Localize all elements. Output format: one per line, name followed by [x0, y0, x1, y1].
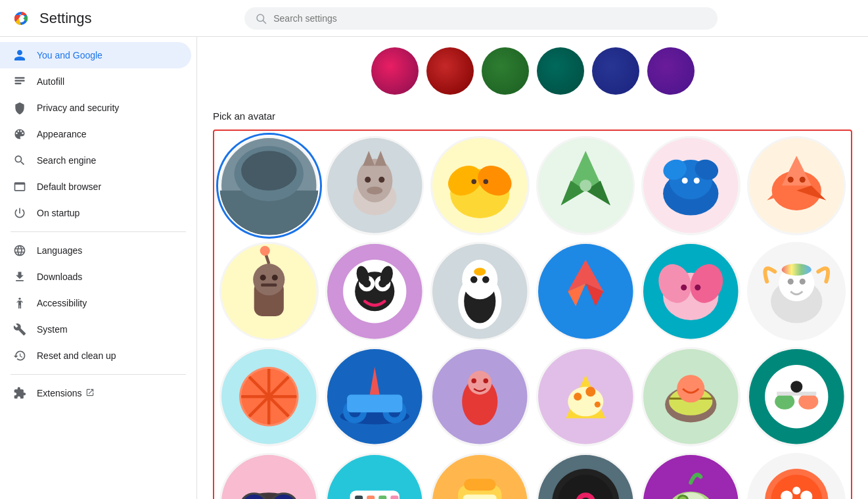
sidebar-item-extensions[interactable]: Extensions: [0, 380, 191, 406]
avatar-item[interactable]: [536, 347, 635, 446]
svg-rect-140: [464, 479, 495, 490]
svg-point-69: [482, 275, 490, 283]
avatar-item[interactable]: [536, 136, 635, 235]
sidebar-item-label-downloads: Downloads: [37, 272, 82, 282]
svg-point-84: [787, 278, 793, 284]
svg-point-67: [462, 260, 497, 299]
sidebar-item-on-startup[interactable]: On startup: [0, 200, 191, 226]
avatar-item[interactable]: [641, 347, 741, 446]
history-icon: [13, 349, 26, 362]
avatar-item[interactable]: [747, 136, 846, 235]
svg-point-39: [694, 178, 700, 183]
color-circle-2[interactable]: [482, 47, 529, 95]
avatar-item[interactable]: [219, 453, 319, 500]
avatar-section-title: Pick an avatar: [213, 110, 852, 122]
svg-point-54: [260, 246, 270, 256]
svg-point-26: [471, 179, 476, 184]
avatar-item[interactable]: [325, 242, 424, 341]
sidebar-item-search-engine[interactable]: Search engine: [0, 147, 191, 174]
sidebar-item-reset[interactable]: Reset and clean up: [0, 343, 191, 369]
sidebar-item-accessibility[interactable]: Accessibility: [0, 290, 191, 316]
globe-icon: [13, 244, 26, 257]
svg-point-79: [681, 284, 687, 290]
color-circle-3[interactable]: [537, 47, 584, 95]
svg-point-16: [357, 159, 392, 202]
avatar-item[interactable]: [747, 453, 846, 500]
sidebar-item-languages[interactable]: Languages: [0, 237, 191, 264]
svg-rect-100: [347, 394, 402, 412]
avatar-item[interactable]: [325, 347, 424, 446]
svg-point-161: [792, 487, 800, 494]
color-circle-5[interactable]: [647, 47, 695, 95]
svg-rect-136: [390, 495, 398, 499]
sidebar-item-label-on-startup: On startup: [37, 208, 80, 218]
avatar-grid: [219, 136, 846, 499]
svg-point-45: [787, 177, 793, 183]
sidebar-item-appearance[interactable]: Appearance: [0, 121, 191, 147]
avatar-item[interactable]: [641, 453, 741, 500]
sidebar-item-label-appearance: Appearance: [37, 129, 87, 139]
sidebar-item-label-autofill: Autofill: [37, 76, 64, 87]
svg-point-38: [682, 178, 688, 183]
avatar-item[interactable]: [430, 242, 530, 341]
svg-point-117: [677, 375, 704, 402]
avatar-item[interactable]: [641, 242, 741, 341]
sidebar: You and GoogleAutofillPrivacy and securi…: [0, 37, 197, 499]
color-circle-1[interactable]: [426, 47, 474, 95]
avatar-item[interactable]: [536, 453, 635, 500]
avatar-item[interactable]: [219, 136, 319, 235]
sidebar-item-autofill[interactable]: Autofill: [0, 68, 191, 95]
page-title: Settings: [39, 10, 92, 27]
avatar-item[interactable]: [219, 347, 319, 446]
search-input[interactable]: [273, 13, 707, 24]
sidebar-item-default-browser[interactable]: Default browser: [0, 174, 191, 200]
svg-point-106: [484, 378, 489, 383]
avatar-item[interactable]: [430, 136, 530, 235]
svg-rect-52: [261, 283, 277, 287]
avatar-item[interactable]: [536, 242, 635, 341]
svg-point-51: [272, 274, 278, 280]
avatar-item[interactable]: [641, 136, 741, 235]
svg-point-110: [574, 392, 582, 400]
svg-rect-134: [367, 495, 375, 499]
svg-rect-141: [463, 494, 497, 499]
avatar-item[interactable]: [430, 347, 530, 446]
sidebar-item-privacy[interactable]: Privacy and security: [0, 95, 191, 121]
sidebar-item-label-privacy: Privacy and security: [37, 103, 119, 113]
sidebar-item-label-system: System: [37, 324, 68, 335]
avatar-item[interactable]: [747, 347, 846, 446]
avatar-item[interactable]: [219, 242, 319, 341]
chrome-logo: [11, 8, 32, 29]
sidebar-item-you-and-google[interactable]: You and Google: [0, 42, 191, 68]
search-bar[interactable]: [244, 7, 718, 30]
svg-point-109: [568, 387, 603, 416]
sidebar-item-downloads[interactable]: Downloads: [0, 264, 191, 290]
person-icon: [13, 49, 26, 62]
avatar-item[interactable]: [325, 453, 424, 500]
avatar-item[interactable]: [325, 136, 424, 235]
svg-point-123: [790, 381, 802, 392]
svg-line-4: [263, 20, 266, 23]
shield-icon: [13, 101, 26, 114]
svg-point-70: [474, 268, 486, 275]
avatar-grid-container: [213, 130, 852, 499]
svg-point-112: [594, 402, 600, 408]
wrench-icon: [13, 323, 26, 336]
autofill-icon: [13, 75, 26, 88]
svg-point-71: [538, 244, 633, 339]
browser-icon: [13, 180, 26, 193]
svg-rect-6: [15, 80, 25, 82]
svg-point-121: [798, 394, 818, 410]
color-circle-4[interactable]: [592, 47, 639, 95]
accessibility-icon: [13, 297, 26, 310]
sidebar-item-label-languages: Languages: [37, 245, 82, 256]
avatar-item[interactable]: [430, 453, 530, 500]
svg-point-32: [580, 179, 591, 191]
palette-icon: [13, 128, 26, 141]
color-circle-0[interactable]: [371, 47, 419, 95]
sidebar-item-label-accessibility: Accessibility: [37, 298, 87, 308]
svg-point-68: [470, 275, 478, 283]
sidebar-item-system[interactable]: System: [0, 316, 191, 343]
avatar-item[interactable]: [747, 242, 846, 341]
nav-divider: [11, 231, 186, 232]
